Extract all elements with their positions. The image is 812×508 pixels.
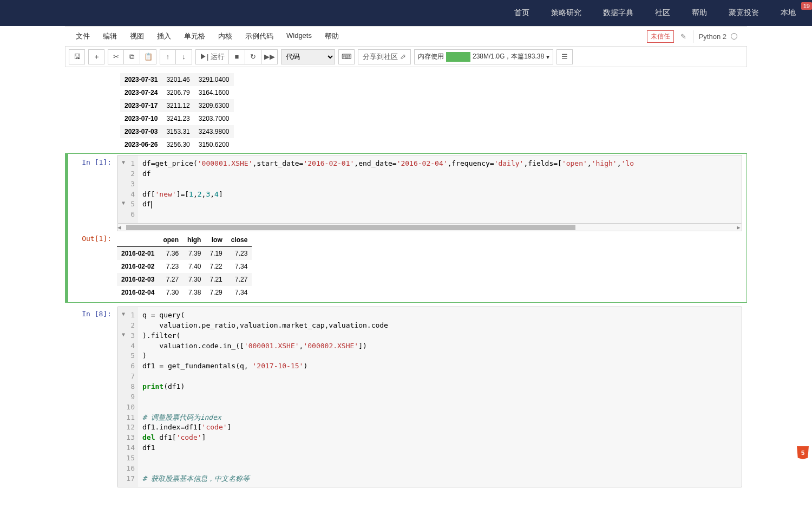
dataframe-table-out1: openhighlowclose 2016-02-017.367.397.197… [117,233,252,299]
nav-strategy[interactable]: 策略研究 [540,8,592,18]
scrollbar-thumb[interactable] [126,225,575,230]
run-button[interactable]: ▶| 运行 [195,49,229,64]
add-cell-button[interactable]: ＋ [88,49,104,64]
code-cell-1[interactable]: In [1]: ▼1234▼56 df=get_price('000001.XS… [65,153,747,303]
kernel-indicator[interactable]: Python 2 [693,30,743,43]
dataframe-table-prev: 2023-07-313201.463291.04002023-07-243206… [120,73,234,149]
kernel-name-label: Python 2 [699,32,726,41]
fast-forward-button[interactable]: ▶▶ [261,49,278,64]
code-editor[interactable]: ▼12▼34567891011121314151617 q = query( v… [117,307,742,487]
cut-button[interactable]: ✂ [108,49,124,64]
table-row: 2023-07-173211.123209.6300 [120,99,234,112]
table-row: 2016-02-037.277.307.217.27 [117,273,252,286]
nav-invest[interactable]: 聚宽投资 [718,8,770,18]
notebook-container: 2023-07-313201.463291.04002023-07-243206… [65,67,747,508]
table-row: 2016-02-027.237.407.227.34 [117,260,252,273]
table-row: 2023-07-313201.463291.0400 [120,73,234,86]
scroll-left-icon[interactable]: ◂ [117,223,121,231]
horizontal-scrollbar[interactable]: ◂ ▸ [117,224,742,231]
menu-cell[interactable]: 单元格 [178,27,212,45]
output-scroll-area[interactable]: 2023-07-313201.463291.04002023-07-243206… [117,71,742,149]
code-cell-2[interactable]: In [8]: ▼12▼34567891011121314151617 q = … [65,305,747,489]
nav-help[interactable]: 帮助 [681,8,718,18]
menu-view[interactable]: 视图 [123,27,150,45]
stop-button[interactable]: ■ [229,49,245,64]
copy-button[interactable]: ⧉ [124,49,140,64]
move-down-button[interactable]: ↓ [176,49,192,64]
in-prompt: In [1]: [66,155,117,231]
cell-output-prev: 2023-07-313201.463291.04002023-07-243206… [65,69,747,151]
menu-examples[interactable]: 示例代码 [239,27,280,45]
share-button[interactable]: 分享到社区 ⬀ [358,49,411,64]
line-gutter: ▼12▼34567891011121314151617 [117,307,138,487]
top-navigation: 首页 策略研究 数据字典 社区 帮助 聚宽投资 本地 19 [0,0,812,26]
kernel-status-icon [731,33,737,40]
chevron-down-icon[interactable]: ▾ [546,53,549,61]
pencil-icon[interactable]: ✎ [677,30,690,43]
nav-home[interactable]: 首页 [503,8,540,18]
command-palette-button[interactable]: ⌨ [338,49,355,64]
save-button[interactable]: 🖫 [69,49,85,64]
table-row: 2023-07-103241.233203.7000 [120,112,234,125]
nav-local[interactable]: 本地 [770,8,807,18]
memory-usage: 内存使用 238M/1.0G，本篇193.38 ▾ [414,49,553,64]
menu-file[interactable]: 文件 [69,27,96,45]
restart-button[interactable]: ↻ [245,49,261,64]
trust-status[interactable]: 未信任 [647,30,674,43]
cell-type-select[interactable]: 代码 [281,49,335,64]
memory-bar [446,52,470,62]
code-editor[interactable]: ▼1234▼56 df=get_price('000001.XSHE',star… [117,155,742,224]
menubar: 文件 编辑 视图 插入 单元格 内核 示例代码 Widgets 帮助 未信任 ✎… [65,26,747,47]
menu-help[interactable]: 帮助 [318,27,345,45]
table-row: 2016-02-017.367.397.197.23 [117,247,252,260]
code-content[interactable]: df=get_price('000001.XSHE',start_date='2… [138,155,742,223]
menu-insert[interactable]: 插入 [150,27,178,45]
table-row: 2023-07-243206.793164.1600 [120,86,234,99]
nav-community[interactable]: 社区 [644,8,681,18]
html5-badge-icon: 5 [797,446,809,459]
paste-button[interactable]: 📋 [140,49,156,64]
out-prompt: Out[1]: [66,231,117,301]
menu-widgets[interactable]: Widgets [280,27,318,45]
menu-edit[interactable]: 编辑 [96,27,123,45]
line-gutter: ▼1234▼56 [117,155,138,223]
code-content[interactable]: q = query( valuation.pe_ratio,valuation.… [138,307,742,487]
menu-kernel[interactable]: 内核 [212,27,239,45]
move-up-button[interactable]: ↑ [160,49,176,64]
scroll-right-icon[interactable]: ▸ [737,223,741,231]
list-button[interactable]: ☰ [556,49,573,64]
share-icon: ⬀ [400,53,406,61]
table-row: 2023-07-033153.313243.9800 [120,125,234,138]
toolbar: 🖫 ＋ ✂ ⧉ 📋 ↑ ↓ ▶| 运行 ■ ↻ ▶▶ 代码 ⌨ 分享到社区 ⬀ … [65,47,747,67]
table-row: 2023-06-263256.303150.6200 [120,138,234,149]
notification-badge[interactable]: 19 [801,2,812,10]
in-prompt: In [8]: [66,307,117,487]
table-row: 2016-02-047.307.387.297.34 [117,286,252,299]
nav-datadict[interactable]: 数据字典 [592,8,644,18]
